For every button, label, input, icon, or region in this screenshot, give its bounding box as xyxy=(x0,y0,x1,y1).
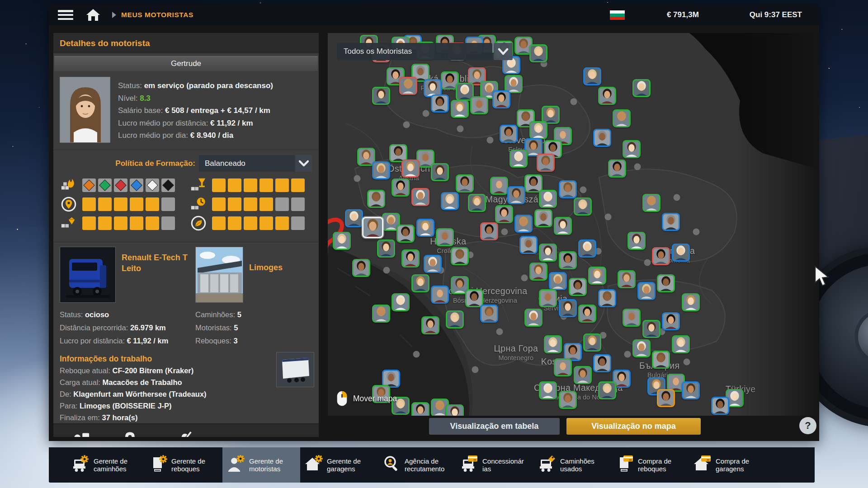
driver-map-marker[interactable] xyxy=(583,333,601,352)
driver-map-marker[interactable] xyxy=(608,160,626,178)
driver-map-marker[interactable] xyxy=(642,194,660,212)
driver-map-marker[interactable] xyxy=(549,272,567,290)
driver-map-marker[interactable] xyxy=(333,232,351,250)
driver-map-marker[interactable] xyxy=(652,247,670,265)
driver-map-marker[interactable] xyxy=(500,125,518,143)
driver-map-marker[interactable] xyxy=(623,140,641,158)
chevron-down-icon[interactable] xyxy=(296,155,312,172)
driver-map-marker[interactable] xyxy=(583,67,601,85)
toolbar-item-gerente-de-garagens[interactable]: Gerente de garagens xyxy=(300,447,378,483)
driver-map-marker[interactable] xyxy=(574,366,592,384)
driver-map-marker[interactable] xyxy=(657,389,675,407)
driver-map-marker[interactable] xyxy=(539,381,557,399)
driver-map-marker[interactable] xyxy=(401,249,420,267)
toolbar-item-compra-de-garagens[interactable]: Compra de garagens xyxy=(689,447,767,483)
driver-map-marker[interactable] xyxy=(480,222,498,240)
toolbar-item-gerente-de-caminh-es[interactable]: Gerente de caminhões xyxy=(67,447,145,483)
driver-map-marker[interactable] xyxy=(411,402,429,416)
driver-map-marker[interactable] xyxy=(519,236,538,254)
driver-map-marker[interactable] xyxy=(662,312,680,330)
driver-map-marker[interactable] xyxy=(529,121,547,139)
home-icon[interactable] xyxy=(86,8,100,22)
driver-map-marker[interactable] xyxy=(421,316,439,334)
driver-map-marker[interactable] xyxy=(642,320,660,338)
demitir-button[interactable]: Demitir xyxy=(164,429,205,437)
menu-icon[interactable] xyxy=(58,10,73,20)
driver-map-marker[interactable] xyxy=(509,150,528,168)
truck-image[interactable] xyxy=(60,247,116,303)
driver-filter-dropdown[interactable]: Todos os Motoristas xyxy=(337,43,492,60)
training-policy-dropdown[interactable]: Balanceado xyxy=(199,155,295,172)
driver-map-marker[interactable] xyxy=(392,178,410,197)
toolbar-item-caminh-es-usados[interactable]: Caminhões usados xyxy=(533,447,611,483)
driver-map-marker[interactable] xyxy=(377,239,395,258)
driver-map-marker[interactable] xyxy=(441,192,459,210)
garage-image[interactable] xyxy=(195,247,243,303)
realocar-button[interactable]: Realocar xyxy=(112,429,154,437)
driver-map-marker[interactable] xyxy=(534,209,552,227)
driver-map-marker[interactable] xyxy=(392,293,410,311)
toolbar-item-compra-de-reboques[interactable]: Compra de reboques xyxy=(611,447,689,483)
chevron-down-icon[interactable] xyxy=(494,43,513,60)
table-view-button[interactable]: Visualização em tabela xyxy=(429,418,560,435)
driver-map-marker[interactable] xyxy=(598,289,616,307)
driver-map-marker[interactable] xyxy=(524,174,542,192)
driver-map-marker[interactable] xyxy=(446,404,464,416)
driver-map-marker[interactable] xyxy=(480,305,498,323)
driver-map-marker[interactable] xyxy=(352,259,370,277)
driver-map-marker[interactable] xyxy=(436,228,454,246)
map-view-button[interactable]: Visualização no mapa xyxy=(566,418,701,435)
driver-map-marker[interactable] xyxy=(554,217,572,235)
driver-map-marker[interactable] xyxy=(539,244,557,262)
driver-map-marker[interactable] xyxy=(559,180,577,198)
driver-map-marker[interactable] xyxy=(401,160,420,178)
driver-map-marker[interactable] xyxy=(559,251,577,269)
driver-map-marker[interactable] xyxy=(529,263,547,281)
driver-map-marker[interactable] xyxy=(539,289,557,307)
driver-map-marker[interactable] xyxy=(588,267,606,285)
driver-map-marker[interactable] xyxy=(559,391,577,409)
driver-map-marker[interactable] xyxy=(451,100,469,118)
driver-map-marker[interactable] xyxy=(468,194,486,212)
driver-map-marker[interactable] xyxy=(367,190,385,208)
driver-map-marker[interactable] xyxy=(470,96,488,114)
driver-map-marker[interactable] xyxy=(495,205,513,223)
driver-map-marker[interactable] xyxy=(416,219,434,237)
driver-map-marker[interactable] xyxy=(456,174,474,192)
driver-map-marker[interactable] xyxy=(662,213,680,231)
driver-map-marker[interactable] xyxy=(396,225,415,243)
mostrar-relat-rio-button[interactable]: Mostrar relatório xyxy=(61,429,102,437)
driver-map-marker[interactable] xyxy=(598,381,616,399)
driver-map-marker[interactable] xyxy=(529,44,547,62)
driver-map-marker[interactable] xyxy=(578,239,596,258)
driver-map-marker[interactable] xyxy=(539,190,557,208)
driver-map-marker[interactable] xyxy=(431,286,449,304)
toolbar-item-gerente-de-motoristas[interactable]: Gerente de motoristas xyxy=(222,447,300,483)
driver-map-marker[interactable] xyxy=(637,282,656,300)
driver-map-marker[interactable] xyxy=(492,90,510,108)
driver-map-marker[interactable] xyxy=(569,278,587,296)
driver-map-marker[interactable] xyxy=(465,289,483,307)
driver-map-marker[interactable] xyxy=(446,310,464,328)
driver-map-marker[interactable] xyxy=(711,397,729,415)
driver-map-marker[interactable] xyxy=(623,309,641,327)
selected-driver-map-marker[interactable] xyxy=(362,217,383,238)
driver-map-marker[interactable] xyxy=(598,87,616,105)
driver-map-marker[interactable] xyxy=(578,305,596,323)
driver-map-marker[interactable] xyxy=(627,232,646,250)
driver-map-marker[interactable] xyxy=(524,309,542,327)
driver-map-marker[interactable] xyxy=(424,255,442,273)
drivers-map[interactable]: Česká republikaRepública ChecaSlovenskoE… xyxy=(328,33,819,416)
driver-map-marker[interactable] xyxy=(544,335,562,353)
driver-map-marker[interactable] xyxy=(372,87,390,105)
toolbar-item-ag-ncia-de-recrutamento[interactable]: Agência de recrutamento xyxy=(378,447,456,483)
driver-map-marker[interactable] xyxy=(507,186,525,204)
driver-map-marker[interactable] xyxy=(431,163,449,181)
driver-map-marker[interactable] xyxy=(657,274,675,292)
driver-map-marker[interactable] xyxy=(632,79,651,97)
driver-map-marker[interactable] xyxy=(490,177,508,195)
driver-map-marker[interactable] xyxy=(372,161,390,179)
driver-map-marker[interactable] xyxy=(613,109,631,127)
driver-map-marker[interactable] xyxy=(682,381,700,399)
driver-map-marker[interactable] xyxy=(537,154,555,172)
